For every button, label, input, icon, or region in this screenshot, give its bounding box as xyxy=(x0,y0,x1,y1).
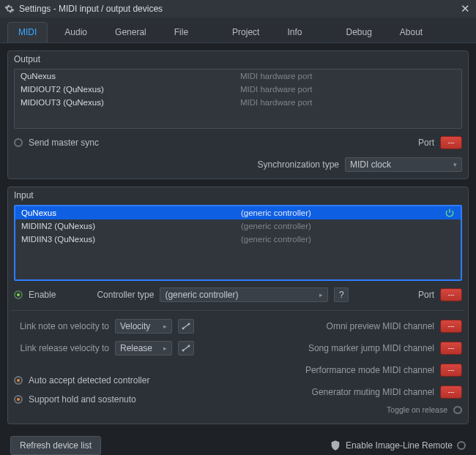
chevron-down-icon: ▾ xyxy=(453,161,457,168)
tab-audio[interactable]: Audio xyxy=(53,22,98,42)
tab-general[interactable]: General xyxy=(104,22,157,42)
title-bar: Settings - MIDI input / output devices ✕ xyxy=(0,0,476,18)
gen-muting-knob[interactable]: --- xyxy=(440,386,462,399)
send-master-sync-toggle[interactable] xyxy=(14,138,23,147)
input-group: Input QuNexus (generic controller) MIDII… xyxy=(7,187,469,424)
chevron-right-icon: ▸ xyxy=(163,323,167,330)
link-note-on-dropdown[interactable]: Velocity ▸ xyxy=(115,319,172,334)
link-release-dropdown[interactable]: Release ▸ xyxy=(115,341,172,356)
list-item[interactable]: QuNexus (generic controller) xyxy=(15,206,461,219)
shield-icon xyxy=(330,440,341,451)
send-master-sync-label: Send master sync xyxy=(29,138,99,148)
sync-type-dropdown[interactable]: MIDI clock ▾ xyxy=(345,157,462,172)
output-list[interactable]: QuNexus MIDI hardware port MIDIOUT2 (QuN… xyxy=(14,69,462,129)
tab-bar: MIDI Audio General File Project Info Deb… xyxy=(0,18,476,43)
input-title: Input xyxy=(14,190,462,200)
list-item[interactable]: MIDIIN2 (QuNexus) (generic controller) xyxy=(15,219,461,233)
chevron-right-icon: ▸ xyxy=(319,291,323,298)
auto-accept-toggle[interactable] xyxy=(14,376,23,385)
help-button[interactable]: ? xyxy=(334,287,349,302)
input-port-label: Port xyxy=(418,290,434,300)
output-group: Output QuNexus MIDI hardware port MIDIOU… xyxy=(7,50,469,179)
output-title: Output xyxy=(14,54,462,64)
list-item[interactable]: MIDIOUT3 (QuNexus) MIDI hardware port xyxy=(15,96,461,109)
curve-button[interactable] xyxy=(178,341,194,356)
controller-type-dropdown[interactable]: (generic controller) ▸ xyxy=(160,287,328,302)
auto-accept-label: Auto accept detected controller xyxy=(29,375,149,386)
list-item[interactable]: MIDIOUT2 (QuNexus) MIDI hardware port xyxy=(15,83,461,96)
link-release-label: Link release velocity to xyxy=(14,343,109,353)
tab-project[interactable]: Project xyxy=(221,22,270,42)
support-hold-label: Support hold and sostenuto xyxy=(29,394,136,405)
tab-midi[interactable]: MIDI xyxy=(7,22,48,42)
enable-label: Enable xyxy=(29,290,56,300)
toggle-release-toggle[interactable] xyxy=(453,406,462,414)
tab-info[interactable]: Info xyxy=(276,22,313,42)
window-title: Settings - MIDI input / output devices xyxy=(19,4,163,14)
song-marker-knob[interactable]: --- xyxy=(440,342,462,355)
output-port-knob[interactable]: --- xyxy=(440,136,462,149)
link-note-on-label: Link note on velocity to xyxy=(14,321,109,331)
tab-debug[interactable]: Debug xyxy=(335,22,382,42)
close-icon[interactable]: ✕ xyxy=(461,2,470,15)
curve-icon xyxy=(181,344,191,353)
controller-type-label: Controller type xyxy=(97,290,154,300)
list-item[interactable]: QuNexus MIDI hardware port xyxy=(15,69,461,83)
refresh-device-list-button[interactable]: Refresh device list xyxy=(10,436,101,455)
support-hold-toggle[interactable] xyxy=(14,395,23,404)
enable-toggle[interactable] xyxy=(14,290,23,299)
enable-remote-label: Enable Image-Line Remote xyxy=(346,440,453,451)
tab-file[interactable]: File xyxy=(163,22,199,42)
tab-about[interactable]: About xyxy=(389,22,434,42)
perf-mode-knob[interactable]: --- xyxy=(440,364,462,377)
list-item[interactable]: MIDIIN3 (QuNexus) (generic controller) xyxy=(15,233,461,246)
output-port-label: Port xyxy=(418,138,434,148)
enable-remote-toggle[interactable] xyxy=(457,441,466,450)
omni-preview-knob[interactable]: --- xyxy=(440,320,462,333)
curve-button[interactable] xyxy=(178,319,194,334)
input-list[interactable]: QuNexus (generic controller) MIDIIN2 (Qu… xyxy=(14,205,462,281)
power-icon xyxy=(445,208,455,218)
input-port-knob[interactable]: --- xyxy=(440,288,462,301)
toggle-release-label: Toggle on release xyxy=(387,405,447,414)
chevron-right-icon: ▸ xyxy=(163,345,167,352)
curve-icon xyxy=(181,322,191,331)
gear-icon xyxy=(4,4,15,14)
sync-type-label: Synchronization type xyxy=(258,159,339,170)
